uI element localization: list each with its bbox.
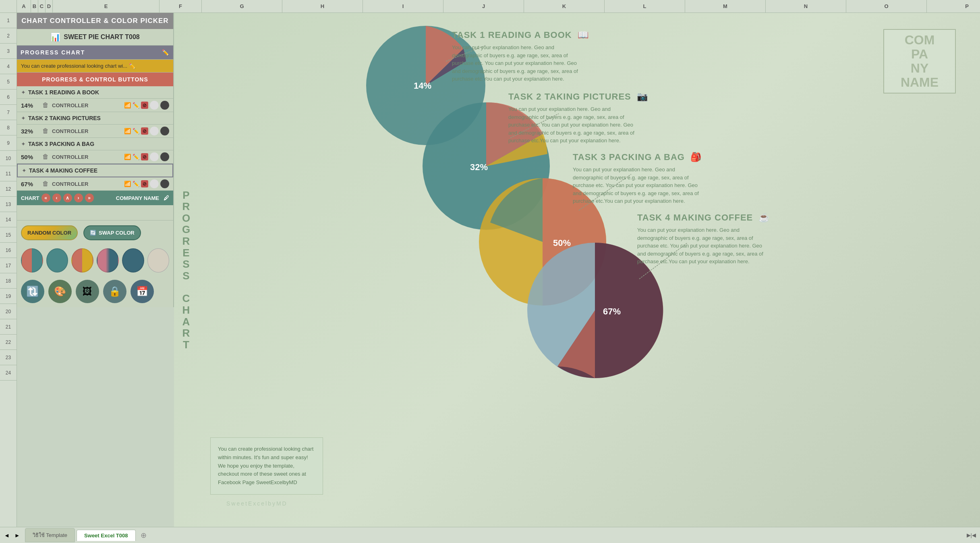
image-tool-button[interactable]: 🖼 [76,280,99,303]
row-8: 8 [0,120,17,135]
tab-sweet-excel[interactable]: Sweet Excel T008 [77,530,135,541]
task-1-delete-icon[interactable]: 🗑 [42,102,49,109]
task-2-bar-icon[interactable]: 📶 [124,128,131,134]
nav-edit-icon[interactable]: 🖊 [164,195,169,201]
letter-p: P [182,189,189,201]
random-color-button[interactable]: RANDOM COLOR [21,225,78,240]
edit-icon[interactable]: ✏️ [162,49,170,56]
task-1-controller-label: CONTROLLER [52,102,88,108]
task-4-controls[interactable]: 📶 ✏️ ⊘ [124,179,169,188]
col-c: C [38,0,46,12]
color-circle-2[interactable] [46,248,68,273]
task-4-delete-icon[interactable]: 🗑 [42,180,49,187]
scroll-mode-icon: ▶|◀ [967,532,976,538]
task-1-label: TASK 1 READING A BOOK [28,89,99,96]
palette-tool-button[interactable]: 🎨 [48,280,72,303]
task-3-bar-icon[interactable]: 📶 [124,154,131,160]
task-1-controls[interactable]: 📶 ✏️ ⊘ [124,101,169,110]
letter-s: S [182,258,189,270]
col-a: A [17,0,31,12]
task-2-control-row[interactable]: 32% 🗑 CONTROLLER 📶 ✏️ ⊘ [17,125,173,138]
row-2: 2 [0,28,17,44]
control-buttons-label: PROGRESS & CONTROL BUTTONS [17,72,173,86]
pie-3-pct-label: 50% [553,238,571,248]
task-4-white-circle[interactable] [150,179,159,188]
color-circle-3[interactable] [71,248,93,273]
tab-template[interactable]: วิธิใช้ Template [25,528,75,542]
row-18: 18 [0,273,17,289]
row-header-col: 1 2 3 4 5 6 7 8 9 10 11 12 13 14 15 16 1… [0,13,17,527]
lock-tool-button[interactable]: 🔒 [103,280,126,303]
task-1-edit-icon[interactable]: ✏️ [133,102,139,108]
row-14: 14 [0,212,17,227]
row-9: 9 [0,135,17,151]
task-2-controls[interactable]: 📶 ✏️ ⊘ [124,127,169,135]
color-circle-4[interactable] [97,248,119,273]
task-3-white-circle[interactable] [150,152,159,161]
task-1-white-circle[interactable] [150,101,159,110]
nav-right-arrow[interactable]: ► [15,532,20,539]
col-e: E [53,0,160,12]
task-4-edit-icon[interactable]: ✏️ [133,181,139,187]
company-nav-label: COMPANY NAME [116,195,159,201]
task-4-block-icon[interactable]: ⊘ [141,180,148,187]
nav-prev[interactable]: ‹ [52,193,61,202]
bottom-text-content: You can create professional looking char… [218,446,313,485]
tab-add-button[interactable]: ⊕ [137,531,150,540]
task-4-label: TASK 4 MAKING COFFEE [29,167,97,174]
letter-r3: R [182,327,190,339]
task-2-controller-label: CONTROLLER [52,128,88,134]
task-4-dark-circle[interactable] [160,179,169,188]
task-3-edit-icon[interactable]: ✏️ [133,154,139,160]
task-2-info: TASK 2 TAKING PICTURES 📷 You can put you… [508,92,648,145]
task-3-dark-circle[interactable] [160,152,169,161]
letter-e: E [182,247,189,259]
task-2-delete-icon[interactable]: 🗑 [42,127,49,135]
task-4-name-row: ✦ TASK 4 MAKING COFFEE [17,164,173,177]
nav-next-next[interactable]: » [85,193,94,202]
task-3-block-icon[interactable]: ⊘ [141,153,148,160]
color-buttons-row: RANDOM COLOR 🔄 SWAP COLOR [17,221,173,245]
color-circle-5[interactable] [122,248,144,273]
nav-left-arrow[interactable]: ◄ [4,532,10,539]
calendar-tool-button[interactable]: 📅 [131,280,154,303]
edit-icon-2[interactable]: ✏️ [129,63,135,69]
task-3-controls[interactable]: 📶 ✏️ ⊘ [124,152,169,161]
task-4-bar-icon[interactable]: 📶 [124,181,131,187]
nav-prev-prev[interactable]: « [41,193,50,202]
task-2-block-icon[interactable]: ⊘ [141,127,148,135]
corner-cell [0,0,17,12]
task-3-delete-icon[interactable]: 🗑 [42,153,49,160]
task-1-pct: 14% [21,102,39,109]
task-1-control-row[interactable]: 14% 🗑 CONTROLLER 📶 ✏️ ⊘ [17,99,173,112]
task-1-bar-icon[interactable]: 📶 [124,102,131,108]
task-4-control-row[interactable]: 67% 🗑 CONTROLLER 📶 ✏️ ⊘ [17,177,173,191]
task-3-label: TASK 3 PACKING A BAG [28,141,94,147]
tool-icons-row: 🔃 🎨 🖼 🔒 📅 [17,276,173,307]
row-7: 7 [0,105,17,120]
swap-color-button[interactable]: 🔄 SWAP COLOR [83,225,141,240]
color-circle-6[interactable] [147,248,170,273]
task-2-white-circle[interactable] [150,127,159,135]
row-22: 22 [0,335,17,350]
task-2-edit-icon[interactable]: ✏️ [133,128,139,134]
color-circle-1[interactable] [21,248,43,273]
task-1-block-icon[interactable]: ⊘ [141,102,148,109]
task-2-title-right: TASK 2 TAKING PICTURES 📷 [508,92,648,102]
refresh-tool-button[interactable]: 🔃 [21,280,44,303]
nav-next[interactable]: › [74,193,83,202]
main-chart-area: P R O G R E S S C H A R T COMPANYNAME [174,13,980,527]
lock-icon: 🔒 [109,286,121,297]
color-circles-row [17,245,173,276]
task-1-name-row: ✦ TASK 1 READING A BOOK [17,86,173,99]
nav-up[interactable]: ∧ [63,193,72,202]
task-3-control-row[interactable]: 50% 🗑 CONTROLLER 📶 ✏️ ⊘ [17,150,173,164]
row-19: 19 [0,289,17,304]
panel-subtitle: 📊 SWEET PIE CHART T008 [17,29,173,46]
task-1-title-right: TASK 1 READING A BOOK 📖 [452,30,589,40]
spacer-row-16 [17,205,173,221]
palette-icon: 🎨 [54,286,66,297]
letter-h: H [182,304,190,316]
task-2-dark-circle[interactable] [160,127,169,135]
task-1-dark-circle[interactable] [160,101,169,110]
